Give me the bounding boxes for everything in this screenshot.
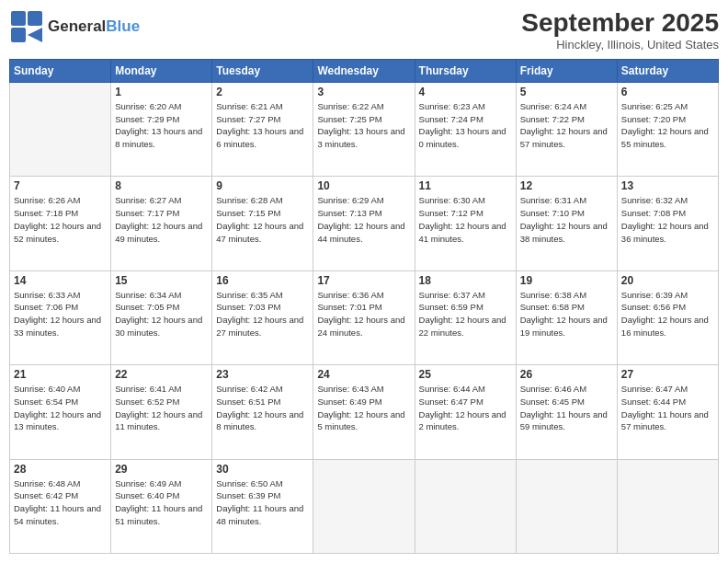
sunrise-label: Sunrise: 6:47 AM: [621, 384, 688, 394]
table-row: 22 Sunrise: 6:41 AM Sunset: 6:52 PM Dayl…: [111, 365, 212, 459]
daylight-label: Daylight: 13 hours and 0 minutes.: [419, 126, 506, 149]
col-tuesday: Tuesday: [212, 59, 313, 82]
sunrise-label: Sunrise: 6:48 AM: [14, 478, 80, 488]
sunrise-label: Sunrise: 6:23 AM: [419, 101, 485, 111]
page: GeneralBlue September 2025 Hinckley, Ill…: [0, 0, 728, 563]
daylight-label: Daylight: 12 hours and 44 minutes.: [317, 221, 404, 244]
day-info: Sunrise: 6:35 AM Sunset: 7:03 PM Dayligh…: [216, 289, 309, 339]
table-row: 6 Sunrise: 6:25 AM Sunset: 7:20 PM Dayli…: [617, 82, 718, 176]
daylight-label: Daylight: 12 hours and 57 minutes.: [520, 126, 608, 149]
day-info: Sunrise: 6:34 AM Sunset: 7:05 PM Dayligh…: [115, 289, 208, 339]
calendar-week-row: 14 Sunrise: 6:33 AM Sunset: 7:06 PM Dayl…: [10, 270, 719, 364]
sunrise-label: Sunrise: 6:41 AM: [115, 384, 181, 394]
sunrise-label: Sunrise: 6:43 AM: [317, 384, 383, 394]
day-info: Sunrise: 6:24 AM Sunset: 7:22 PM Dayligh…: [520, 100, 613, 151]
day-number: 30: [216, 463, 309, 476]
table-row: 3 Sunrise: 6:22 AM Sunset: 7:25 PM Dayli…: [313, 82, 415, 176]
day-info: Sunrise: 6:39 AM Sunset: 6:56 PM Dayligh…: [621, 289, 714, 339]
sunrise-label: Sunrise: 6:27 AM: [115, 195, 181, 205]
table-row: [617, 459, 718, 553]
sunset-label: Sunset: 7:06 PM: [14, 302, 78, 312]
day-info: Sunrise: 6:42 AM Sunset: 6:51 PM Dayligh…: [216, 383, 309, 433]
svg-rect-1: [28, 11, 42, 26]
sunrise-label: Sunrise: 6:32 AM: [621, 195, 688, 205]
month-title: September 2025: [521, 9, 719, 38]
daylight-label: Daylight: 12 hours and 49 minutes.: [115, 221, 202, 244]
day-number: 13: [621, 179, 714, 192]
sunrise-label: Sunrise: 6:38 AM: [520, 290, 586, 300]
day-info: Sunrise: 6:46 AM Sunset: 6:45 PM Dayligh…: [520, 383, 613, 433]
daylight-label: Daylight: 13 hours and 8 minutes.: [115, 126, 202, 149]
sunset-label: Sunset: 7:29 PM: [115, 114, 179, 124]
sunset-label: Sunset: 6:56 PM: [621, 302, 686, 312]
day-number: 3: [317, 86, 410, 98]
day-info: Sunrise: 6:22 AM Sunset: 7:25 PM Dayligh…: [317, 100, 410, 151]
day-number: 8: [115, 179, 208, 192]
sunset-label: Sunset: 7:08 PM: [621, 208, 686, 218]
day-number: 21: [14, 368, 107, 381]
sunrise-label: Sunrise: 6:44 AM: [419, 384, 485, 394]
daylight-label: Daylight: 12 hours and 36 minutes.: [621, 221, 709, 244]
calendar-table: Sunday Monday Tuesday Wednesday Thursday…: [9, 59, 719, 554]
daylight-label: Daylight: 12 hours and 5 minutes.: [317, 409, 404, 432]
day-info: Sunrise: 6:20 AM Sunset: 7:29 PM Dayligh…: [115, 100, 208, 151]
daylight-label: Daylight: 13 hours and 6 minutes.: [216, 126, 303, 149]
sunset-label: Sunset: 6:47 PM: [419, 396, 483, 407]
table-row: 7 Sunrise: 6:26 AM Sunset: 7:18 PM Dayli…: [10, 177, 111, 270]
sunset-label: Sunset: 7:05 PM: [115, 302, 179, 312]
day-number: 29: [115, 463, 208, 476]
day-number: 27: [621, 368, 714, 381]
sunset-label: Sunset: 7:20 PM: [621, 114, 686, 124]
table-row: [313, 459, 415, 553]
table-row: [415, 459, 516, 553]
daylight-label: Daylight: 11 hours and 59 minutes.: [520, 409, 608, 432]
table-row: 1 Sunrise: 6:20 AM Sunset: 7:29 PM Dayli…: [111, 82, 212, 176]
daylight-label: Daylight: 12 hours and 11 minutes.: [115, 409, 202, 432]
day-info: Sunrise: 6:33 AM Sunset: 7:06 PM Dayligh…: [14, 289, 107, 339]
daylight-label: Daylight: 12 hours and 33 minutes.: [14, 315, 101, 338]
daylight-label: Daylight: 12 hours and 2 minutes.: [419, 409, 506, 432]
col-saturday: Saturday: [617, 59, 718, 82]
table-row: 14 Sunrise: 6:33 AM Sunset: 7:06 PM Dayl…: [10, 270, 111, 364]
sunrise-label: Sunrise: 6:40 AM: [14, 384, 80, 394]
col-monday: Monday: [111, 59, 212, 82]
daylight-label: Daylight: 11 hours and 51 minutes.: [115, 503, 202, 526]
table-row: 24 Sunrise: 6:43 AM Sunset: 6:49 PM Dayl…: [313, 365, 415, 459]
day-info: Sunrise: 6:44 AM Sunset: 6:47 PM Dayligh…: [419, 383, 512, 433]
sunrise-label: Sunrise: 6:42 AM: [216, 384, 282, 394]
day-info: Sunrise: 6:49 AM Sunset: 6:40 PM Dayligh…: [115, 477, 208, 528]
day-info: Sunrise: 6:50 AM Sunset: 6:39 PM Dayligh…: [216, 477, 309, 528]
daylight-label: Daylight: 12 hours and 19 minutes.: [520, 315, 608, 338]
daylight-label: Daylight: 12 hours and 24 minutes.: [317, 315, 404, 338]
day-number: 17: [317, 274, 410, 287]
day-number: 11: [419, 179, 512, 192]
location: Hinckley, Illinois, United States: [521, 38, 719, 52]
table-row: 15 Sunrise: 6:34 AM Sunset: 7:05 PM Dayl…: [111, 270, 212, 364]
day-info: Sunrise: 6:38 AM Sunset: 6:58 PM Dayligh…: [520, 289, 613, 339]
sunset-label: Sunset: 7:12 PM: [419, 208, 483, 218]
sunrise-label: Sunrise: 6:37 AM: [419, 290, 485, 300]
sunrise-label: Sunrise: 6:50 AM: [216, 478, 282, 488]
daylight-label: Daylight: 12 hours and 13 minutes.: [14, 409, 101, 432]
day-info: Sunrise: 6:48 AM Sunset: 6:42 PM Dayligh…: [14, 477, 107, 528]
col-wednesday: Wednesday: [313, 59, 415, 82]
day-number: 26: [520, 368, 613, 381]
sunset-label: Sunset: 6:42 PM: [14, 490, 78, 500]
title-area: September 2025 Hinckley, Illinois, Unite…: [521, 9, 719, 52]
day-info: Sunrise: 6:41 AM Sunset: 6:52 PM Dayligh…: [115, 383, 208, 433]
sunset-label: Sunset: 7:27 PM: [216, 114, 280, 124]
daylight-label: Daylight: 12 hours and 16 minutes.: [621, 315, 709, 338]
table-row: 2 Sunrise: 6:21 AM Sunset: 7:27 PM Dayli…: [212, 82, 313, 176]
day-info: Sunrise: 6:23 AM Sunset: 7:24 PM Dayligh…: [419, 100, 512, 151]
table-row: [10, 82, 111, 176]
sunset-label: Sunset: 7:24 PM: [419, 114, 483, 124]
daylight-label: Daylight: 12 hours and 27 minutes.: [216, 315, 303, 338]
sunset-label: Sunset: 7:25 PM: [317, 114, 381, 124]
sunset-label: Sunset: 7:18 PM: [14, 208, 78, 218]
sunrise-label: Sunrise: 6:24 AM: [520, 101, 586, 111]
table-row: 5 Sunrise: 6:24 AM Sunset: 7:22 PM Dayli…: [516, 82, 617, 176]
col-friday: Friday: [516, 59, 617, 82]
logo-general: General: [48, 17, 106, 35]
daylight-label: Daylight: 12 hours and 8 minutes.: [216, 409, 303, 432]
sunrise-label: Sunrise: 6:46 AM: [520, 384, 586, 394]
